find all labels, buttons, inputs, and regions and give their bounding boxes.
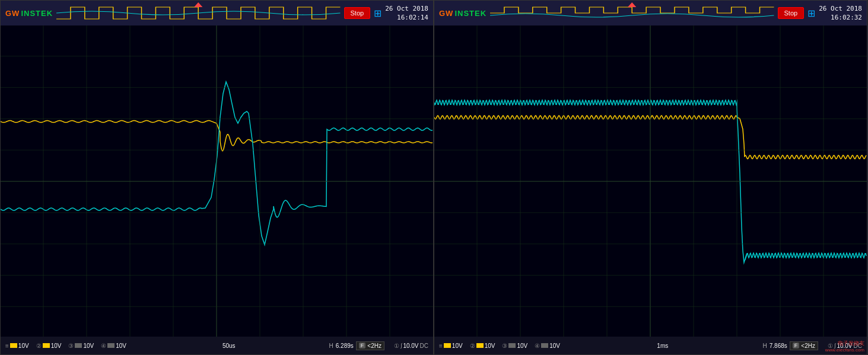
freq-box-right: F <2Hz — [790, 341, 818, 350]
h-label-left: H — [329, 343, 333, 349]
ch1-info-voltage-left: 10.0V — [403, 343, 418, 349]
waveform-canvas-right — [434, 25, 867, 337]
logo-instek-left: INSTEK — [21, 9, 53, 18]
svg-marker-19 — [628, 2, 636, 7]
ch2-footer-right: ② 10V — [468, 343, 498, 349]
tilde-left: ∫ — [400, 343, 402, 348]
header-left: GW INSTEK Stop ⊞ 26 Oct 2018 16:02:14 — [1, 1, 433, 25]
footer-left: ≡ 10V ② 10V ③ 10V ④ 10V 50us H 6.289s F … — [1, 337, 433, 354]
timebase-right: 1ms — [565, 343, 761, 349]
ch3-footer-left: ③ 10V — [66, 343, 96, 349]
ch2-color-right — [476, 343, 484, 348]
ch2-voltage-left: 10V — [51, 343, 62, 349]
memory-icon-right: ⊞ — [807, 8, 815, 19]
ch4-color-left — [107, 343, 115, 348]
logo-gw-left: GW — [5, 9, 20, 18]
waveform-canvas-left — [1, 25, 433, 337]
watermark-brand: 电子发烧友 — [825, 340, 864, 347]
ch3-color-right — [508, 343, 516, 348]
ch1-info-left: ① ∫ 10.0V DC — [392, 343, 431, 349]
ch1-coupling-left: DC — [420, 343, 428, 349]
ch1-color-right — [444, 343, 451, 348]
ch1-footer-left: ≡ 10V — [3, 343, 31, 349]
freq-label-left: F — [359, 343, 366, 348]
h-label-right: H — [763, 343, 767, 349]
ch3-voltage-right: 10V — [517, 343, 527, 349]
footer-right: ≡ 10V ② 10V ③ 10V ④ 10V 1ms H 7.868s F <… — [434, 337, 867, 354]
ch2-color-left — [43, 343, 50, 348]
watermark-url: www.elecfans.com — [825, 347, 864, 353]
scope-panel-right: GW INSTEK Stop ⊞ 26 Oct 2018 16:02:32 ◄ … — [434, 0, 867, 355]
ch1-voltage-right: 10V — [452, 343, 463, 349]
ch4-voltage-right: 10V — [549, 343, 560, 349]
ch2-voltage-right: 10V — [485, 343, 495, 349]
logo-left: GW INSTEK — [5, 9, 53, 18]
ch3-color-left — [75, 343, 82, 348]
ch3-voltage-left: 10V — [83, 343, 94, 349]
freq-value-right: <2Hz — [801, 343, 815, 349]
freq-value-left: <2Hz — [367, 343, 381, 349]
logo-gw-right: GW — [439, 9, 453, 18]
stop-button-left[interactable]: Stop — [344, 7, 371, 19]
freq-box-left: F <2Hz — [356, 341, 384, 350]
total-time-right: 7.868s — [770, 343, 787, 349]
timebase-left: 50us — [131, 343, 327, 349]
logo-instek-right: INSTEK — [454, 9, 487, 18]
scope-panel-left: GW INSTEK Stop ⊞ 26 Oct 2018 16:02:14 ◄ … — [0, 0, 434, 355]
header-wave-left — [56, 2, 340, 24]
header-wave-right — [490, 2, 774, 24]
ch2-footer-left: ② 10V — [34, 343, 64, 349]
freq-label-right: F — [793, 343, 800, 348]
memory-icon-left: ⊞ — [374, 8, 381, 19]
total-time-left: 6.289s — [336, 343, 354, 349]
ch4-voltage-left: 10V — [116, 343, 126, 349]
ch3-footer-right: ③ 10V — [500, 343, 530, 349]
screen-left: ◄ 1 2 — [1, 25, 433, 337]
ch4-footer-left: ④ 10V — [98, 343, 129, 349]
header-right: GW INSTEK Stop ⊞ 26 Oct 2018 16:02:32 — [434, 1, 867, 25]
datetime-left: 26 Oct 2018 16:02:14 — [385, 4, 428, 23]
ch4-footer-right: ④ 10V — [532, 343, 562, 349]
datetime-right: 26 Oct 2018 16:02:32 — [819, 4, 862, 23]
ch1-voltage-left: 10V — [18, 343, 29, 349]
ch1-footer-right: ≡ 10V — [437, 343, 465, 349]
stop-button-right[interactable]: Stop — [778, 7, 805, 19]
svg-marker-0 — [194, 2, 202, 7]
ch1-color-left — [10, 343, 17, 348]
ch4-color-right — [541, 343, 548, 348]
logo-right: GW INSTEK — [439, 9, 487, 18]
watermark: 电子发烧友 www.elecfans.com — [825, 340, 864, 353]
screen-right: ◄ 1 2 — [434, 25, 867, 337]
